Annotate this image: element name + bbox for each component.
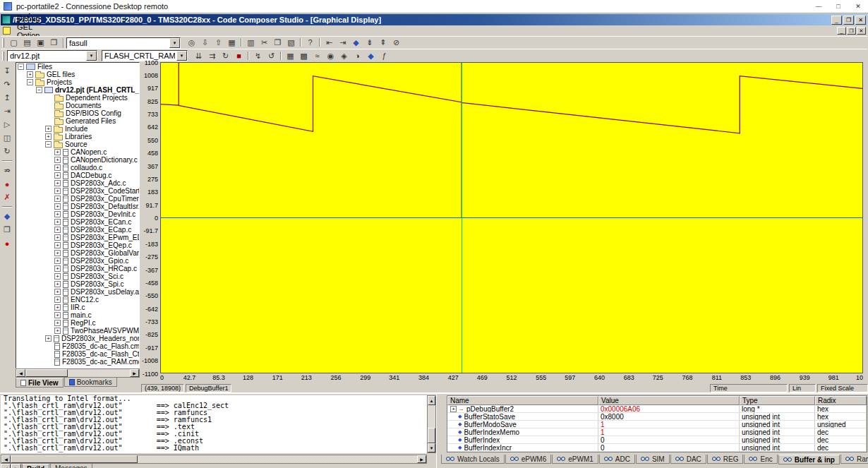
tree-item-documents[interactable]: Documents: [16, 102, 139, 109]
column-header-value[interactable]: Value: [598, 396, 740, 405]
previous-bookmark-button[interactable]: ⇞: [376, 37, 390, 49]
tree-item-dsp2803x-spi-c[interactable]: +DSP2803x_Spi.c: [16, 280, 139, 288]
tab-build[interactable]: Build: [22, 464, 49, 468]
save-file-button[interactable]: ▣: [34, 37, 47, 49]
expand-icon[interactable]: +: [54, 296, 61, 303]
indent-button[interactable]: ⇥: [336, 37, 349, 49]
tree-item-dsp2803x-headers-nonbios-cmd[interactable]: +DSP2803x_Headers_nonBIOS.cmd: [16, 335, 139, 342]
remove-all-breakpoints-button[interactable]: ✗: [1, 191, 13, 203]
tree-item-dacdebug-c[interactable]: +DACDebug.c: [16, 172, 139, 179]
expand-icon[interactable]: +: [54, 157, 61, 163]
expand-icon[interactable]: +: [54, 281, 61, 287]
toolbar-grip[interactable]: [2, 38, 4, 47]
scrollbar-thumb[interactable]: [11, 455, 138, 463]
tree-item-iir-c[interactable]: +IIR.c: [16, 304, 139, 311]
record-button[interactable]: ●: [1, 237, 13, 249]
tab-adc[interactable]: ADC: [599, 455, 635, 464]
profile-clock-button[interactable]: ◑: [351, 50, 364, 61]
column-header-radix[interactable]: Radix: [815, 396, 867, 405]
expand-icon[interactable]: +: [54, 234, 61, 241]
tab-rampa[interactable]: Rampa: [840, 455, 868, 464]
find-text-combo[interactable]: fasull: [66, 37, 181, 49]
tree-item-dsp2803x-cputimers-c[interactable]: +DSP2803x_CpuTimers.c: [16, 195, 139, 203]
watch-row[interactable]: ◆BufferIndexMemo1unsigned intdec: [447, 428, 867, 436]
expand-icon[interactable]: +: [54, 242, 61, 248]
stop-build-button[interactable]: ■: [232, 50, 246, 61]
expand-icon[interactable]: +: [54, 258, 61, 264]
expand-icon[interactable]: +: [54, 219, 61, 225]
expand-icon[interactable]: +: [54, 211, 61, 217]
scrollbar-track[interactable]: [25, 369, 130, 377]
expand-icon[interactable]: +: [54, 203, 61, 210]
tab-dac[interactable]: DAC: [670, 455, 706, 464]
open-file-button[interactable]: ▤: [20, 37, 34, 49]
collapse-icon[interactable]: −: [27, 79, 33, 85]
tree-item-source[interactable]: −Source: [16, 140, 139, 148]
find-in-files-button[interactable]: ▦: [225, 37, 239, 49]
next-bookmark-button[interactable]: ⇟: [363, 37, 376, 49]
print-button[interactable]: ▥: [244, 37, 258, 49]
expand-icon[interactable]: +: [54, 265, 61, 272]
tree-item-regpi-c[interactable]: +RegPI.c: [16, 319, 139, 327]
tree-item-dsp2803x-sci-c[interactable]: +DSP2803x_Sci.c: [16, 272, 139, 280]
tab-file-view[interactable]: File View: [16, 378, 64, 388]
tree-item-f28035-dc-ac-ram-cmd[interactable]: F28035_dc-ac_RAM.cmd: [16, 358, 139, 366]
scrollbar-track[interactable]: [11, 455, 417, 463]
toggle-bookmark-button[interactable]: ◆: [349, 37, 363, 49]
tab-bookmarks[interactable]: Bookmarks: [64, 378, 117, 387]
tree-item-gel-files[interactable]: +GEL files: [16, 71, 139, 78]
toggle-probe-point-button[interactable]: ◆: [1, 210, 13, 222]
scroll-up-button[interactable]: [428, 396, 435, 405]
watch-row[interactable]: ◆BufferModoSave1unsigned intunsigned: [447, 421, 867, 428]
console-vertical-scrollbar[interactable]: [427, 395, 436, 453]
connect-button[interactable]: ↯: [251, 50, 265, 61]
build-output-text[interactable]: Translating to Intel format...".\flash_c…: [1, 395, 427, 453]
collapse-icon[interactable]: −: [45, 141, 52, 148]
chevron-down-icon[interactable]: [86, 51, 97, 61]
watch-row[interactable]: ◆BufferIndex0unsigned intdec: [447, 436, 867, 444]
expand-icon[interactable]: +: [27, 71, 33, 78]
tree-item-canopendictionary-c[interactable]: +CANopenDictionary.c: [16, 156, 139, 164]
expand-icon[interactable]: +: [54, 149, 61, 155]
find-next-button[interactable]: ⇩: [198, 37, 212, 49]
tree-item-dependent-projects[interactable]: Dependent Projects: [16, 94, 139, 102]
mdi-restore-button[interactable]: ❐: [847, 27, 856, 35]
tree-horizontal-scrollbar[interactable]: [16, 368, 140, 378]
expand-icon[interactable]: +: [54, 250, 61, 256]
incremental-build-button[interactable]: ⇉: [205, 50, 219, 61]
clear-bookmarks-button[interactable]: ⊘: [390, 37, 403, 49]
memory-window-button[interactable]: ❐: [1, 224, 13, 236]
paste-button[interactable]: ▧: [284, 37, 298, 49]
tree-item-canopen-c[interactable]: +CANopen.c: [16, 148, 139, 156]
context-help-button[interactable]: ?: [303, 37, 317, 48]
expand-icon[interactable]: +: [54, 227, 61, 233]
view-registers-button[interactable]: ▩: [297, 50, 311, 61]
scroll-left-button[interactable]: [1, 455, 11, 463]
run-to-cursor-button[interactable]: ⇥: [1, 105, 13, 117]
pin-window-button[interactable]: ◆: [364, 50, 378, 61]
scroll-right-button[interactable]: [130, 369, 139, 377]
expand-icon[interactable]: +: [54, 188, 61, 194]
tree-item-dsp2803x-epwm-edlabud-c[interactable]: +DSP2803x_EPwm_EDLabUD.c: [16, 234, 139, 241]
tree-item-f28035-dc-ac-flash-ctrlram-cmd[interactable]: F28035_dc-ac_Flash_CtrlRam.cmd: [16, 350, 139, 358]
new-file-button[interactable]: ▢: [7, 37, 20, 49]
tree-item-collaudo-c[interactable]: +collaudo.c: [16, 164, 139, 172]
expand-icon[interactable]: +: [54, 320, 61, 326]
tree-item-projects[interactable]: −Projects: [16, 78, 139, 86]
chevron-down-icon[interactable]: [176, 51, 187, 61]
tab-buffer-inp[interactable]: Buffer & inp: [778, 455, 840, 464]
remote-minimize-button[interactable]: —: [809, 0, 828, 13]
tree-item-generated-files[interactable]: Generated Files: [16, 117, 139, 125]
tree-item-files[interactable]: −Files: [16, 63, 139, 71]
tree-item-dsp2803x-ecap-c[interactable]: +DSP2803x_ECap.c: [16, 226, 139, 234]
tab-sim[interactable]: SIM: [636, 455, 670, 464]
compile-file-button[interactable]: ⇊: [192, 50, 205, 61]
tab-epwm6[interactable]: ePWM6: [505, 455, 552, 464]
chevron-down-icon[interactable]: [169, 38, 180, 48]
tree-item-dsp2803x-eqep-c[interactable]: +DSP2803x_EQep.c: [16, 241, 139, 249]
step-out-button[interactable]: ↥: [1, 92, 13, 104]
console-horizontal-scrollbar[interactable]: [1, 455, 427, 464]
tree-item-dsp2803x-adc-c[interactable]: +DSP2803x_Adc.c: [16, 179, 139, 187]
view-graph-button[interactable]: ≈: [311, 50, 324, 61]
tree-item-dsp-bios-config[interactable]: DSP/BIOS Config: [16, 109, 139, 117]
